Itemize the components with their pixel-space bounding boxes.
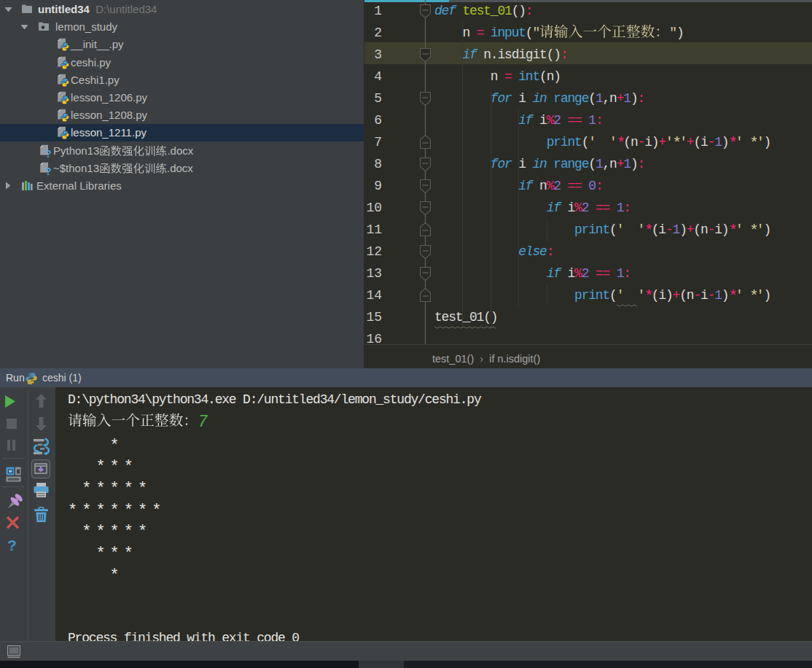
svg-text:?: ? [45, 148, 52, 158]
svg-text:?: ? [45, 166, 52, 176]
